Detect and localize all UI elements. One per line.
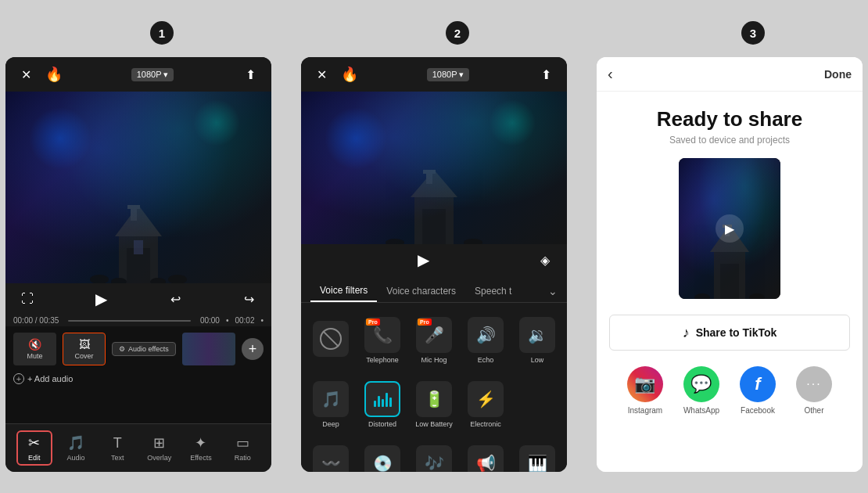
filter-lo-fi[interactable]: 🎶 Lo-Fi <box>411 439 457 472</box>
filter-megaphone[interactable]: 📢 Megaphone <box>462 439 509 472</box>
share-tiktok-button[interactable]: ♪ Share to TikTok <box>609 315 850 351</box>
toolbar-effects[interactable]: ✦ Effects <box>183 434 219 462</box>
svg-point-22 <box>694 293 710 299</box>
facebook-label: Facebook <box>741 406 775 415</box>
share-top-bar: ‹ Done <box>597 57 863 92</box>
instagram-label: Instagram <box>628 406 662 415</box>
play-button-2[interactable]: ▶ <box>412 249 434 271</box>
other-share[interactable]: ··· Other <box>796 366 832 415</box>
low-icon: 🔉 <box>519 317 555 353</box>
echo-label: Echo <box>478 356 494 364</box>
filter-vinyl[interactable]: 💿 Vinyl <box>359 439 406 472</box>
undo-button[interactable]: ↩ <box>164 288 186 310</box>
video-preview-2 <box>301 92 567 244</box>
step-2-circle: 2 <box>446 21 469 45</box>
time-dot-2: • <box>260 316 264 325</box>
empty-icon <box>519 385 555 421</box>
filter-telephone[interactable]: Pro 📞 Telephone <box>359 311 406 370</box>
synth-icon: 🎹 <box>519 445 555 472</box>
add-audio-button[interactable]: + + Add audio <box>13 370 264 387</box>
close-button-1[interactable]: ✕ <box>15 63 37 85</box>
time-dot-1: • <box>226 316 229 325</box>
electronic-label: Electronic <box>470 420 501 428</box>
vinyl-icon: 💿 <box>364 445 400 472</box>
megaphone-icon: 📢 <box>468 445 504 472</box>
tab-voice-filters[interactable]: Voice filters <box>310 280 377 302</box>
toolbar-text[interactable]: T Text <box>99 435 135 462</box>
flame-icon-2: 🔥 <box>339 63 360 85</box>
filter-low-battery[interactable]: 🔋 Low Battery <box>411 375 457 434</box>
redo-button[interactable]: ↪ <box>239 288 260 310</box>
lo-fi-icon: 🎶 <box>416 445 452 472</box>
resolution-badge-2[interactable]: 1080P ▾ <box>427 68 470 81</box>
other-icon: ··· <box>796 366 832 402</box>
deep-icon: 🎵 <box>313 381 349 417</box>
share-content: Ready to share Saved to device and proje… <box>597 92 863 472</box>
deep-label: Deep <box>322 420 339 428</box>
effects-button[interactable]: ◈ <box>534 249 556 271</box>
mic-hog-label: Mic Hog <box>421 356 447 364</box>
tab-voice-characters[interactable]: Voice characters <box>377 281 465 301</box>
filter-low[interactable]: 🔉 Low <box>514 311 561 370</box>
svg-point-23 <box>749 293 765 299</box>
play-overlay: ▶ <box>716 214 744 243</box>
time-marker-2: 00:00 <box>200 316 220 325</box>
facebook-share[interactable]: f Facebook <box>740 366 776 415</box>
track-area: 🔇 Mute 🖼 Cover ⚙ Audio effects + + + Add… <box>5 326 271 423</box>
filter-none[interactable] <box>307 311 354 370</box>
filter-echo[interactable]: 🔊 Echo <box>462 311 509 370</box>
instagram-share[interactable]: 📷 Instagram <box>627 366 663 415</box>
track-strip <box>182 333 235 365</box>
resolution-badge-1[interactable]: 1080P ▾ <box>131 68 174 81</box>
voice-filter-tabs: Voice filters Voice characters Speech t … <box>301 275 567 303</box>
electronic-icon: ⚡ <box>468 381 504 417</box>
saved-subtitle: Saved to device and projects <box>669 135 790 146</box>
top-bar-1: ✕ 🔥 1080P ▾ ⬆ <box>5 57 271 92</box>
filter-distorted[interactable]: Distorted <box>359 375 406 434</box>
fullscreen-button[interactable]: ⛶ <box>16 288 38 310</box>
whatsapp-icon: 💬 <box>683 366 719 402</box>
screen-share: ‹ Done Ready to share Saved to device an… <box>597 57 863 472</box>
cover-track[interactable]: 🖼 Cover <box>63 333 106 365</box>
share-done-button[interactable]: Done <box>824 68 852 81</box>
mute-track[interactable]: 🔇 Mute <box>13 333 56 365</box>
low-battery-label: Low Battery <box>415 420 453 428</box>
echo-icon: 🔊 <box>468 317 504 353</box>
toolbar-overlay[interactable]: ⊞ Overlay <box>142 434 178 462</box>
video-thumbnail[interactable]: ▶ <box>679 158 780 299</box>
telephone-icon: Pro 📞 <box>364 317 400 353</box>
social-share-row: 📷 Instagram 💬 WhatsApp f Facebook ··· Ot… <box>609 366 850 415</box>
tab-speech-t[interactable]: Speech t <box>465 281 521 301</box>
filter-deep[interactable]: 🎵 Deep <box>307 375 354 434</box>
filter-synth[interactable]: 🎹 Synth <box>514 439 561 472</box>
screen-edit: ✕ 🔥 1080P ▾ ⬆ <box>5 57 271 472</box>
video-preview-1 <box>5 92 271 283</box>
svg-rect-21 <box>720 264 739 299</box>
upload-button-1[interactable]: ⬆ <box>240 63 262 85</box>
filter-electronic[interactable]: ⚡ Electronic <box>462 375 509 434</box>
close-button-2[interactable]: ✕ <box>310 63 332 85</box>
telephone-label: Telephone <box>366 356 399 364</box>
toolbar-ratio[interactable]: ▭ Ratio <box>224 434 260 462</box>
timeline-row-1: 00:00 / 00:35 00:00 • 00:02 • <box>5 315 271 326</box>
other-label: Other <box>804 406 823 415</box>
time-marker-3: 00:02 <box>235 316 254 325</box>
tabs-chevron[interactable]: ⌄ <box>548 285 558 297</box>
pro-badge-telephone: Pro <box>366 318 380 326</box>
toolbar-audio[interactable]: 🎵 Audio <box>58 434 94 462</box>
voice-filters-panel: Voice filters Voice characters Speech t … <box>301 275 567 472</box>
upload-button-2[interactable]: ⬆ <box>536 63 558 85</box>
audio-effects-badge[interactable]: ⚙ Audio effects <box>112 342 176 356</box>
filter-mic-hog[interactable]: Pro 🎤 Mic Hog <box>411 311 457 370</box>
toolbar-edit[interactable]: ✂ Edit <box>16 430 52 466</box>
pro-badge-mic-hog: Pro <box>418 318 432 326</box>
distorted-label: Distorted <box>368 420 396 428</box>
back-button[interactable]: ‹ <box>608 65 613 83</box>
tiktok-logo: ♪ <box>683 325 690 341</box>
play-button-1[interactable]: ▶ <box>91 288 113 310</box>
add-track-button[interactable]: + <box>242 338 264 360</box>
filter-empty <box>514 375 561 434</box>
filter-tremble[interactable]: 〰️ Tremble <box>307 439 354 472</box>
ready-title: Ready to share <box>657 107 802 131</box>
whatsapp-share[interactable]: 💬 WhatsApp <box>683 366 719 415</box>
